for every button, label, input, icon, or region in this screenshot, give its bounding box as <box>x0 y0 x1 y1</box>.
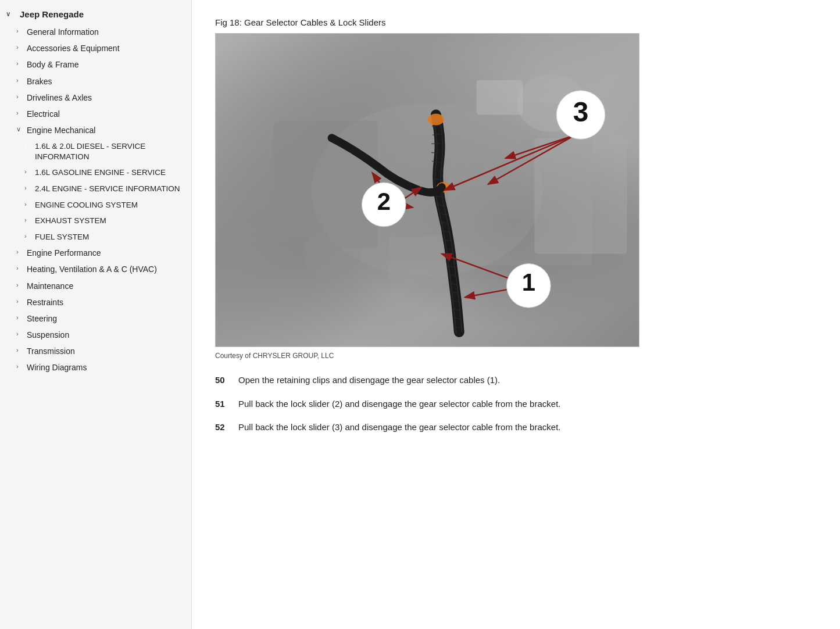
instruction-text-50: Open the retaining clips and disengage t… <box>238 374 500 387</box>
root-chevron-icon: ∨ <box>6 10 14 18</box>
chevron-icon: › <box>16 43 24 51</box>
sidebar-item-engine-cooling[interactable]: › ENGINE COOLING SYSTEM <box>0 197 191 213</box>
sidebar-item-label: FUEL SYSTEM <box>35 232 89 242</box>
sidebar-item-label: Restraints <box>27 297 63 308</box>
figure-caption: Courtesy of CHRYSLER GROUP, LLC <box>215 352 817 360</box>
figure-image: 1 2 3 <box>215 33 639 347</box>
figure-title: Fig 18: Gear Selector Cables & Lock Slid… <box>215 17 817 27</box>
chevron-icon: › <box>16 281 24 289</box>
sidebar-item-suspension[interactable]: › Suspension <box>0 327 191 343</box>
sidebar-item-label: Electrical <box>27 109 60 119</box>
chevron-icon: › <box>16 346 24 354</box>
sidebar-item-brakes[interactable]: › Brakes <box>0 73 191 90</box>
sidebar-item-label: 2.4L ENGINE - SERVICE INFORMATION <box>35 184 180 194</box>
sidebar-item-hvac[interactable]: › Heating, Ventilation & A & C (HVAC) <box>0 261 191 277</box>
sidebar-item-wiring-diagrams[interactable]: › Wiring Diagrams <box>0 359 191 376</box>
chevron-icon: › <box>24 167 33 176</box>
sidebar-item-label: Engine Performance <box>27 248 101 258</box>
chevron-icon: › <box>16 362 24 370</box>
chevron-icon: › <box>24 141 33 149</box>
sidebar-item-label: 1.6L GASOLINE ENGINE - SERVICE <box>35 167 166 178</box>
chevron-icon: ∨ <box>16 125 24 133</box>
svg-rect-6 <box>477 80 523 115</box>
chevron-icon: › <box>16 248 24 256</box>
sidebar-item-label: Drivelines & Axles <box>27 92 92 103</box>
sidebar-root[interactable]: ∨ Jeep Renegade <box>0 5 191 24</box>
sidebar-item-label: EXHAUST SYSTEM <box>35 216 106 226</box>
sidebar-item-label: Transmission <box>27 346 75 356</box>
sidebar-item-24l-service[interactable]: › 2.4L ENGINE - SERVICE INFORMATION <box>0 181 191 197</box>
svg-rect-8 <box>389 237 448 283</box>
instruction-num-50: 50 <box>215 374 233 387</box>
sidebar-item-gasoline-service[interactable]: › 1.6L GASOLINE ENGINE - SERVICE <box>0 165 191 181</box>
sidebar-item-accessories-equipment[interactable]: › Accessories & Equipment <box>0 40 191 56</box>
sidebar-item-body-frame[interactable]: › Body & Frame <box>0 56 191 73</box>
svg-rect-4 <box>534 138 627 253</box>
instruction-item-52: 52 Pull back the lock slider (3) and dis… <box>215 421 817 434</box>
sidebar-item-diesel-service[interactable]: › 1.6L & 2.0L DIESEL - SERVICE INFORMATI… <box>0 138 191 165</box>
instruction-num-51: 51 <box>215 398 233 411</box>
sidebar-item-label: 1.6L & 2.0L DIESEL - SERVICE INFORMATION <box>35 141 185 162</box>
instructions-list: 50 Open the retaining clips and disengag… <box>215 374 817 434</box>
sidebar-root-label: Jeep Renegade <box>20 9 84 19</box>
sidebar-item-exhaust[interactable]: › EXHAUST SYSTEM <box>0 213 191 229</box>
chevron-icon: › <box>16 59 24 67</box>
sidebar-item-fuel-system[interactable]: › FUEL SYSTEM <box>0 229 191 245</box>
sidebar-item-label: Wiring Diagrams <box>27 362 87 373</box>
instruction-text-51: Pull back the lock slider (2) and diseng… <box>238 398 560 411</box>
chevron-icon: › <box>16 27 24 35</box>
svg-text:3: 3 <box>573 97 589 127</box>
instruction-num-52: 52 <box>215 421 233 434</box>
sidebar-item-general-information[interactable]: › General Information <box>0 24 191 40</box>
chevron-icon: › <box>24 184 33 192</box>
sidebar-item-label: Brakes <box>27 76 52 87</box>
svg-rect-2 <box>274 120 378 248</box>
instruction-item-50: 50 Open the retaining clips and disengag… <box>215 374 817 387</box>
sidebar-item-electrical[interactable]: › Electrical <box>0 106 191 122</box>
svg-text:1: 1 <box>522 269 535 296</box>
sidebar: ∨ Jeep Renegade › General Information › … <box>0 0 192 629</box>
sidebar-item-label: General Information <box>27 27 99 37</box>
chevron-icon: › <box>16 297 24 305</box>
sidebar-item-engine-mechanical[interactable]: ∨ Engine Mechanical <box>0 122 191 138</box>
sidebar-item-transmission[interactable]: › Transmission <box>0 343 191 359</box>
chevron-icon: › <box>24 200 33 208</box>
chevron-icon: › <box>16 76 24 84</box>
sidebar-item-maintenance[interactable]: › Maintenance <box>0 278 191 294</box>
sidebar-item-engine-performance[interactable]: › Engine Performance <box>0 245 191 261</box>
sidebar-item-label: Engine Mechanical <box>27 125 95 135</box>
chevron-icon: › <box>16 109 24 117</box>
sidebar-item-steering[interactable]: › Steering <box>0 310 191 327</box>
instruction-text-52: Pull back the lock slider (3) and diseng… <box>238 421 560 434</box>
sidebar-item-label: Suspension <box>27 330 69 340</box>
svg-text:2: 2 <box>377 188 391 215</box>
instruction-item-51: 51 Pull back the lock slider (2) and dis… <box>215 398 817 411</box>
main-content: Fig 18: Gear Selector Cables & Lock Slid… <box>192 0 840 629</box>
svg-point-33 <box>428 113 444 125</box>
chevron-icon: › <box>16 264 24 272</box>
sidebar-item-label: ENGINE COOLING SYSTEM <box>35 200 138 210</box>
svg-point-7 <box>303 231 361 277</box>
figure-svg: 1 2 3 <box>216 34 639 346</box>
sidebar-item-drivelines-axles[interactable]: › Drivelines & Axles <box>0 90 191 106</box>
chevron-icon: › <box>16 92 24 101</box>
sidebar-item-label: Steering <box>27 313 57 324</box>
chevron-icon: › <box>24 232 33 240</box>
sidebar-item-label: Body & Frame <box>27 59 78 70</box>
chevron-icon: › <box>16 330 24 338</box>
sidebar-item-label: Accessories & Equipment <box>27 43 120 53</box>
sidebar-item-label: Heating, Ventilation & A & C (HVAC) <box>27 264 157 274</box>
sidebar-item-label: Maintenance <box>27 281 73 291</box>
chevron-icon: › <box>16 313 24 321</box>
chevron-icon: › <box>24 216 33 224</box>
sidebar-item-restraints[interactable]: › Restraints <box>0 294 191 310</box>
